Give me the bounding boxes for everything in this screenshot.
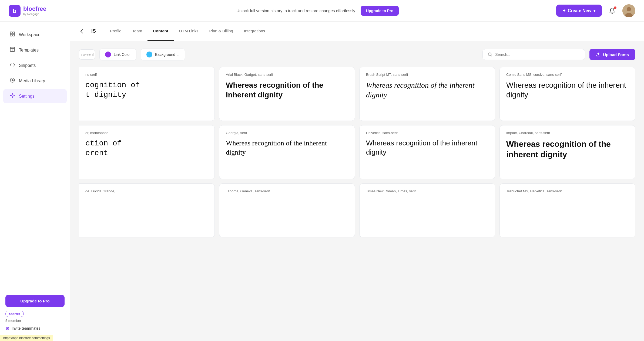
font-card-comic-sans: Comic Sans MS, cursive, sans-serif Where… (499, 67, 635, 121)
svg-rect-7 (10, 34, 12, 36)
font-card-brush-script: Brush Script MT, sans-serif Whereas reco… (359, 67, 495, 121)
font-preview: Whereas recognition of the inherent dign… (506, 139, 629, 160)
upload-icon (596, 52, 601, 57)
font-card-trebuchet: Trebuchet MS, Helvetica, sans-serif (499, 183, 635, 237)
background-color-chip[interactable]: Background ... (141, 49, 185, 60)
settings-tabs: IS Profile Team Content UTM Links Plan &… (70, 22, 644, 41)
member-count: 5 member (5, 319, 65, 323)
font-family-label: ns-serif (85, 73, 208, 77)
font-card-times: Times New Roman, Times, serif (359, 183, 495, 237)
font-family-label: Comic Sans MS, cursive, sans-serif (506, 73, 629, 77)
tab-integrations[interactable]: Integrations (239, 22, 270, 41)
sidebar: Workspace Templates Snippets Media (0, 22, 70, 341)
create-new-label: Create New (568, 8, 591, 13)
font-card-helvetica: Helvetica, sans-serif Whereas recognitio… (359, 125, 495, 179)
font-family-label: de, Lucida Grande, (85, 189, 208, 193)
font-preview: cognition oft dignity (85, 80, 208, 100)
chevron-down-icon: ▾ (593, 9, 595, 13)
invite-teammates-button[interactable]: ⊕ Invite teammates (5, 325, 41, 331)
snippets-icon (10, 62, 15, 69)
workspace-icon (10, 31, 15, 38)
partial-font-filter[interactable]: ns-serif (79, 49, 95, 60)
logo-icon: b (9, 5, 21, 17)
font-card-partial1: ns-serif cognition oft dignity (79, 67, 215, 121)
svg-point-15 (488, 53, 491, 56)
sidebar-workspace-label: Workspace (19, 32, 41, 37)
avatar-image (622, 4, 635, 17)
svg-marker-13 (12, 79, 14, 81)
settings-page-title: IS (91, 28, 96, 34)
logo-area: b blocfree by Rengage (9, 5, 79, 17)
svg-text:b: b (13, 8, 16, 14)
tab-team[interactable]: Team (127, 22, 148, 41)
sidebar-bottom: Upgrade to Pro Starter 5 member ⊕ Invite… (0, 291, 70, 336)
svg-line-16 (491, 56, 492, 57)
font-preview: Whereas recognition of the inherent dign… (366, 139, 488, 157)
font-family-label: Brush Script MT, sans-serif (366, 73, 488, 77)
notification-badge (614, 6, 616, 9)
sidebar-templates-label: Templates (19, 48, 39, 53)
font-card-georgia: Georgia, serif Whereas recognition of th… (219, 125, 355, 179)
tab-profile[interactable]: Profile (105, 22, 127, 41)
sidebar-item-templates[interactable]: Templates (3, 43, 67, 57)
main-content: IS Profile Team Content UTM Links Plan &… (70, 22, 644, 341)
back-button[interactable] (79, 28, 85, 34)
sidebar-item-media-library[interactable]: Media Library (3, 74, 67, 88)
notification-button[interactable] (606, 5, 618, 17)
starter-badge: Starter (5, 311, 24, 317)
sidebar-item-snippets[interactable]: Snippets (3, 58, 67, 73)
svg-rect-5 (10, 32, 12, 34)
sidebar-item-settings[interactable]: Settings (3, 89, 67, 103)
tooltip-url-bar: https://app.blocfree.com/settings (0, 335, 53, 341)
font-card-partial2: er, monospace ction oferent (79, 125, 215, 179)
upload-fonts-button[interactable]: Upload Fonts (589, 49, 635, 60)
tab-content[interactable]: Content (147, 22, 174, 41)
sidebar-media-library-label: Media Library (19, 79, 45, 83)
header-right: + Create New ▾ (556, 4, 635, 17)
settings-icon (10, 93, 15, 100)
tab-utm-links[interactable]: UTM Links (174, 22, 204, 41)
chevron-left-icon (79, 28, 85, 34)
logo-text: blocfree by Rengage (23, 6, 46, 15)
sidebar-settings-label: Settings (19, 94, 35, 99)
search-box (482, 49, 585, 60)
header-promo-text: Unlock full version history to track and… (236, 8, 355, 13)
font-family-label: Trebuchet MS, Helvetica, sans-serif (506, 189, 629, 193)
background-color-dot (146, 52, 152, 57)
svg-point-14 (12, 95, 13, 96)
upload-fonts-label: Upload Fonts (603, 52, 629, 57)
logo-sub: by Rengage (23, 12, 46, 16)
svg-rect-8 (13, 34, 15, 36)
media-library-icon (10, 77, 15, 84)
search-icon (488, 52, 492, 57)
upgrade-pro-header-button[interactable]: Upgrade to Pro (361, 6, 399, 16)
templates-icon (10, 47, 15, 53)
font-family-label: Helvetica, sans-serif (366, 131, 488, 135)
create-new-button[interactable]: + Create New ▾ (556, 5, 602, 17)
content-area: ns-serif Link Color Background ... (70, 41, 644, 245)
font-family-label: Times New Roman, Times, serif (366, 189, 488, 193)
font-card-impact: Impact, Charcoal, sans-serif Whereas rec… (499, 125, 635, 179)
font-card-arial-black: Arial Black, Gadget, sans-serif Whereas … (219, 67, 355, 121)
tab-plan-billing[interactable]: Plan & Billing (204, 22, 239, 41)
font-preview: Whereas recognition of the inherent dign… (366, 80, 488, 100)
sidebar-snippets-label: Snippets (19, 63, 36, 68)
logo-main: blocfree (23, 6, 46, 12)
header-center: Unlock full version history to track and… (79, 6, 556, 16)
font-family-label: er, monospace (85, 131, 208, 135)
plus-icon: + (563, 8, 566, 13)
link-color-chip[interactable]: Link Color (99, 49, 136, 60)
font-preview: Whereas recognition of the inherent dign… (506, 80, 629, 100)
svg-point-3 (627, 7, 631, 11)
background-color-label: Background ... (155, 52, 179, 57)
link-color-label: Link Color (114, 52, 131, 57)
font-card-partial3: de, Lucida Grande, (79, 183, 215, 237)
font-preview: Whereas recognition of the inherent dign… (226, 139, 348, 157)
upgrade-pro-sidebar-button[interactable]: Upgrade to Pro (5, 295, 65, 307)
plus-circle-icon: ⊕ (5, 325, 9, 331)
sidebar-item-workspace[interactable]: Workspace (3, 28, 67, 42)
search-input[interactable] (495, 52, 580, 57)
avatar (622, 4, 635, 17)
header: b blocfree by Rengage Unlock full versio… (0, 0, 644, 22)
svg-rect-6 (13, 32, 15, 34)
